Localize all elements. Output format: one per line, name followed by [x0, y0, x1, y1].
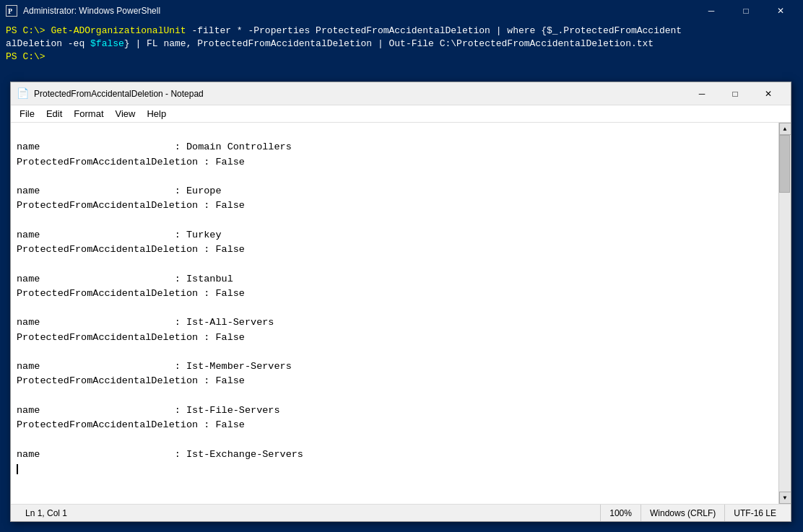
- notepad-statusbar: Ln 1, Col 1 100% Windows (CRLF) UTF-16 L…: [11, 504, 791, 521]
- scroll-thumb[interactable]: [779, 135, 790, 193]
- notepad-icon: 📄: [17, 88, 28, 100]
- powershell-icon: P: [6, 5, 17, 17]
- ps-maximize-button[interactable]: □: [729, 0, 763, 22]
- ps-cmd-1: Get-ADOrganizationalUnit: [51, 25, 186, 36]
- status-line-ending: Windows (CRLF): [641, 505, 725, 521]
- notepad-close-button[interactable]: ✕: [752, 82, 785, 105]
- notepad-window: 📄 ProtectedFromAccidentalDeletion - Note…: [10, 82, 791, 522]
- menu-help[interactable]: Help: [141, 105, 172, 123]
- powershell-controls: ─ □ ✕: [695, 0, 797, 22]
- notepad-controls: ─ □ ✕: [685, 82, 785, 105]
- ps-prompt-2: PS C:\>: [6, 51, 45, 62]
- menu-file[interactable]: File: [14, 105, 40, 123]
- ps-line-2: alDeletion -eq $false} | FL name, Protec…: [6, 38, 797, 51]
- ps-line-3: PS C:\>: [6, 51, 797, 64]
- scroll-track[interactable]: [779, 135, 791, 492]
- status-cursor: Ln 1, Col 1: [17, 505, 601, 521]
- notepad-content-area: name : Domain Controllers ProtectedFromA…: [11, 123, 791, 504]
- menu-edit[interactable]: Edit: [40, 105, 68, 123]
- status-zoom: 100%: [601, 505, 641, 521]
- svg-text:P: P: [8, 7, 12, 15]
- ps-line-1: PS C:\> Get-ADOrganizationalUnit -filter…: [6, 25, 797, 38]
- notepad-scrollbar[interactable]: ▲ ▼: [778, 123, 791, 504]
- ps-close-button[interactable]: ✕: [764, 0, 797, 22]
- ps-prompt-1: PS C:\>: [6, 25, 51, 36]
- scroll-up-button[interactable]: ▲: [779, 123, 791, 135]
- ps-minimize-button[interactable]: ─: [695, 0, 728, 22]
- powershell-title: Administrator: Windows PowerShell: [23, 6, 689, 16]
- text-cursor: [17, 464, 18, 474]
- menu-format[interactable]: Format: [68, 105, 109, 123]
- notepad-title: ProtectedFromAccidentalDeletion - Notepa…: [34, 89, 680, 99]
- notepad-text-area[interactable]: name : Domain Controllers ProtectedFromA…: [11, 123, 778, 504]
- scroll-down-button[interactable]: ▼: [779, 492, 791, 504]
- powershell-titlebar: P Administrator: Windows PowerShell ─ □ …: [0, 0, 803, 22]
- notepad-menubar: File Edit Format View Help: [11, 105, 791, 123]
- notepad-titlebar: 📄 ProtectedFromAccidentalDeletion - Note…: [11, 82, 791, 105]
- notepad-minimize-button[interactable]: ─: [685, 82, 719, 105]
- powershell-content: PS C:\> Get-ADOrganizationalUnit -filter…: [0, 22, 803, 67]
- status-encoding: UTF-16 LE: [725, 505, 785, 521]
- menu-view[interactable]: View: [110, 105, 142, 123]
- notepad-maximize-button[interactable]: □: [719, 82, 752, 105]
